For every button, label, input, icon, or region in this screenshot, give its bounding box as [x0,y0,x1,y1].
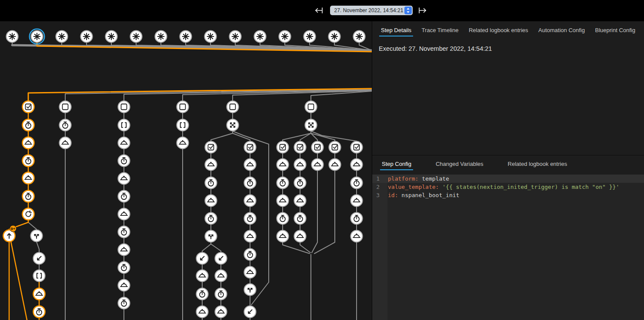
square-node[interactable] [118,101,130,113]
service-node[interactable] [277,231,289,242]
checkbox-node[interactable] [351,142,363,153]
tab-related-logbook-entries[interactable]: Related logbook entries [467,24,530,36]
checkbox-node[interactable] [205,142,217,153]
timer-node[interactable] [23,155,34,167]
service-node[interactable] [294,195,306,207]
tab-step-config[interactable]: Step Config [380,158,413,170]
checkbox-node[interactable] [312,142,324,153]
service-node[interactable] [23,172,34,184]
service-node[interactable] [294,159,306,171]
timer-node[interactable] [294,177,306,189]
service-node[interactable] [118,137,130,149]
square-node[interactable] [177,101,189,113]
brackets-node[interactable] [118,119,130,131]
timer-node[interactable] [118,226,130,238]
service-node[interactable] [351,231,363,242]
tab-related-logbook-entries[interactable]: Related logbook entries [506,158,569,170]
service-node[interactable] [23,137,34,149]
checkbox-node[interactable] [244,142,256,153]
service-node[interactable] [118,173,130,185]
timer-node[interactable] [215,288,227,300]
service-node[interactable] [329,159,341,171]
tab-step-details[interactable]: Step Details [379,24,413,36]
timer-node[interactable] [244,249,256,261]
service-node[interactable] [197,270,208,282]
yaml-editor[interactable]: 1platform: template2value_template: '{{ … [372,175,644,320]
split-node[interactable] [205,231,217,242]
asterisk-node[interactable] [279,31,291,43]
split-node[interactable] [244,284,256,296]
choose-node[interactable] [227,119,239,131]
service-node[interactable] [351,159,363,171]
arrow-sw-node[interactable] [215,253,227,264]
square-node[interactable] [60,101,71,113]
service-node[interactable] [312,159,324,171]
checkbox-node[interactable] [23,101,34,113]
service-node[interactable] [277,195,289,207]
service-node[interactable] [215,306,227,318]
timer-node[interactable] [351,177,363,189]
timer-node[interactable] [277,177,289,189]
asterisk-node[interactable] [230,31,241,43]
timer-node[interactable] [118,262,130,274]
service-node[interactable] [118,244,130,256]
repeat-node[interactable] [23,208,34,220]
asterisk-node[interactable] [254,31,266,43]
service-node[interactable] [197,306,208,318]
asterisk-node[interactable] [180,31,192,43]
asterisk-node[interactable] [30,29,44,44]
service-node[interactable] [205,159,217,171]
split-node[interactable] [31,230,43,242]
timer-node[interactable] [23,191,34,202]
square-node[interactable] [305,101,317,113]
checkbox-node[interactable] [329,142,341,153]
asterisk-node[interactable] [56,31,68,43]
arrow-sw-node[interactable] [244,306,256,318]
timer-node[interactable] [205,177,217,189]
service-node[interactable] [351,195,363,207]
tab-trace-timeline[interactable]: Trace Timeline [420,24,460,36]
asterisk-node[interactable] [304,31,316,43]
timer-node[interactable] [294,213,306,224]
checkbox-node[interactable] [294,142,306,153]
timer-node[interactable] [244,213,256,224]
tab-automation-config[interactable]: Automation Config [537,24,587,36]
timer-node[interactable] [197,288,208,300]
timer-node[interactable] [351,213,363,224]
asterisk-node[interactable] [205,31,217,43]
service-node[interactable] [244,195,256,207]
next-run-button[interactable] [418,7,427,14]
timer-node[interactable] [244,177,256,189]
timer-node[interactable] [118,297,130,309]
service-node[interactable] [177,137,189,149]
service-node[interactable] [60,137,71,149]
arrow-sw-node[interactable] [197,253,208,264]
timer-node[interactable] [205,213,217,224]
asterisk-node[interactable] [81,31,93,43]
brackets-node[interactable] [177,119,189,131]
service-node[interactable] [244,231,256,242]
service-node[interactable] [118,208,130,220]
service-node[interactable] [33,288,45,300]
service-node[interactable] [244,267,256,278]
service-node[interactable] [277,159,289,171]
arrow-up-node[interactable]: 9+ [3,225,17,242]
asterisk-node[interactable] [155,31,167,43]
asterisk-node[interactable] [354,31,365,43]
arrow-sw-node[interactable] [33,253,45,264]
timer-node[interactable] [60,119,71,131]
run-selector[interactable]: 27. November 2022, 14:54:21 [330,6,413,15]
brackets-node[interactable] [33,270,45,282]
service-node[interactable] [205,195,217,207]
timer-node[interactable] [33,306,45,318]
asterisk-node[interactable] [130,31,142,43]
service-node[interactable] [215,270,227,282]
tab-blueprint-config[interactable]: Blueprint Config [593,24,637,36]
checkbox-node[interactable] [277,142,289,153]
asterisk-node[interactable] [7,31,18,43]
timer-node[interactable] [118,191,130,202]
choose-node[interactable] [305,119,317,131]
timer-node[interactable] [277,213,289,224]
square-node[interactable] [227,101,239,113]
previous-run-button[interactable] [314,7,324,14]
